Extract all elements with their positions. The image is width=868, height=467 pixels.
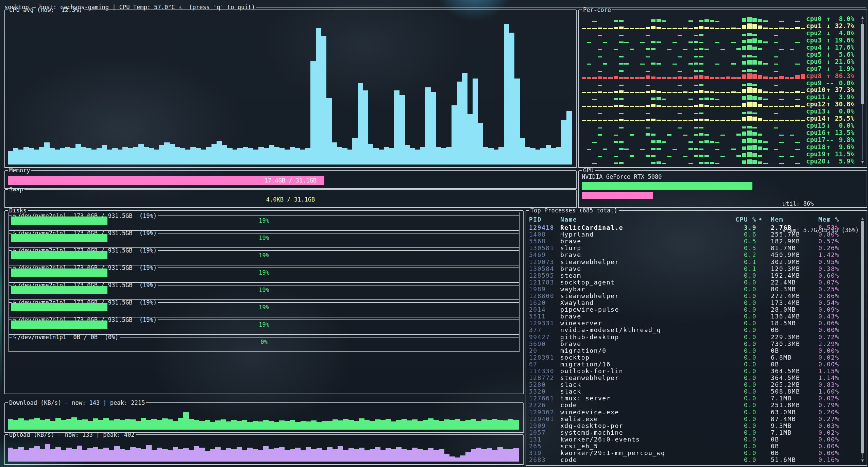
- percore-row[interactable]: cpu5↓5.6%: [582, 51, 856, 58]
- process-name: tmux: server: [560, 395, 733, 402]
- process-pid: 5568: [529, 238, 560, 245]
- process-row[interactable]: 1408Hyprland0.6255.7MB0.80%: [529, 231, 858, 238]
- percore-row[interactable]: cpu16↑13.5%: [582, 129, 856, 136]
- disk-border-fill: [158, 319, 519, 320]
- percore-row[interactable]: cpu18↑9.6%: [582, 143, 856, 150]
- percore-row[interactable]: cpu9--0.0%: [582, 79, 856, 86]
- process-pid: 20: [529, 347, 560, 354]
- process-name: Xwayland: [560, 299, 733, 306]
- col-memp[interactable]: Mem %: [818, 216, 858, 223]
- process-row[interactable]: 265scsi_eh_50.00B0.00%: [529, 443, 858, 450]
- process-name: Hyprland: [560, 231, 733, 238]
- process-row[interactable]: 67migration/160.00B0.00%: [529, 361, 858, 368]
- scroll-up-icon[interactable]: ▲: [861, 216, 864, 221]
- processes-scrollbar[interactable]: ▲ ▼: [860, 216, 865, 463]
- process-row[interactable]: 1057systemd-machine0.07.1MB0.02%: [529, 429, 858, 436]
- process-row[interactable]: 5568brave0.5182.9MB0.57%: [529, 238, 858, 245]
- core-trend-icon: --: [826, 80, 831, 86]
- process-row[interactable]: 5320slack0.0508.8MB1.60%: [529, 388, 858, 395]
- percore-row[interactable]: cpu11↓3.9%: [582, 93, 856, 100]
- scroll-up-icon[interactable]: ▲: [861, 15, 864, 20]
- process-pid: 130584: [529, 265, 560, 272]
- process-mem-pct: 1.15%: [818, 368, 858, 375]
- process-row[interactable]: 2726code0.0251.8MB0.79%: [529, 402, 858, 409]
- process-row[interactable]: 128772steamwebhelper0.0364.5MB1.14%: [529, 375, 858, 381]
- processes-scroll-thumb[interactable]: [861, 221, 864, 453]
- percore-row[interactable]: cpu1↓32.7%: [582, 22, 856, 29]
- cpu-avg-panel-border: CPU avg (now: 12.3%): [5, 6, 576, 14]
- process-row[interactable]: 128391socktop0.06.8MB0.02%: [529, 354, 858, 361]
- process-mem: 136.4MB: [771, 313, 818, 320]
- percore-scroll-thumb[interactable]: [861, 24, 864, 104]
- process-name: code: [560, 402, 733, 409]
- process-mem-pct: 0.00%: [818, 450, 858, 456]
- scroll-down-icon[interactable]: ▼: [861, 458, 864, 463]
- process-row[interactable]: 129401xalia.exe0.087.4MB0.27%: [529, 416, 858, 422]
- process-pid: 2683: [529, 456, 560, 463]
- process-row[interactable]: 5469brave0.2450.9MB1.42%: [529, 252, 858, 258]
- col-pid[interactable]: PID: [529, 216, 560, 223]
- process-row[interactable]: 5690brave0.0730.3MB2.29%: [529, 341, 858, 347]
- process-name: slack: [560, 381, 733, 388]
- process-cpu: 3.9: [733, 224, 756, 231]
- process-pid: 129331: [529, 320, 560, 327]
- percore-row[interactable]: cpu8↑86.3%: [582, 72, 856, 79]
- process-row[interactable]: 319kworker/29:1-mm_percpu_wq0.00B0.00%: [529, 450, 858, 456]
- process-row[interactable]: 128800steamwebhelper0.0272.4MB0.86%: [529, 293, 858, 299]
- percore-row[interactable]: cpu12↑30.8%: [582, 100, 856, 107]
- scroll-down-icon[interactable]: ▼: [861, 160, 864, 165]
- percore-scroll-track[interactable]: [860, 20, 865, 160]
- col-name[interactable]: Name: [560, 216, 733, 223]
- upload-title: Upload (KB/s) — now: 133 | peak: 402: [8, 431, 136, 438]
- process-row[interactable]: 114330outlook-for-lin0.0364.5MB1.15%: [529, 368, 858, 375]
- process-row[interactable]: 130581slurp0.581.7MB0.26%: [529, 245, 858, 252]
- processes-scroll-track[interactable]: [860, 221, 865, 458]
- percore-row[interactable]: cpu15↓0.0%: [582, 122, 856, 129]
- process-mem: 364.5MB: [771, 368, 818, 375]
- percore-row[interactable]: cpu20↓5.9%: [582, 157, 856, 165]
- process-row[interactable]: 129362winedevice.exe0.063.0MB0.20%: [529, 409, 858, 416]
- process-cpu: 0.0: [733, 354, 756, 361]
- process-mem: 80.3MB: [771, 286, 818, 293]
- process-mem-pct: 0.83%: [818, 381, 858, 388]
- process-row[interactable]: 131kworker/26:0-events0.00B0.00%: [529, 436, 858, 443]
- percore-row[interactable]: cpu3↑19.6%: [582, 36, 856, 44]
- percore-row[interactable]: cpu0↑8.0%: [582, 15, 856, 22]
- col-mem[interactable]: Mem: [771, 216, 818, 223]
- process-row[interactable]: 2014pipewire-pulse0.028.0MB0.09%: [529, 306, 858, 313]
- process-row[interactable]: 129331wineserver0.018.5MB0.06%: [529, 320, 858, 327]
- process-row[interactable]: 1989waybar0.080.3MB0.25%: [529, 286, 858, 293]
- process-row[interactable]: 129073steamwebhelper0.1302.9MB0.95%: [529, 258, 858, 265]
- percore-row[interactable]: cpu14↑25.5%: [582, 115, 856, 122]
- percore-row[interactable]: cpu6↓21.6%: [582, 58, 856, 65]
- process-row[interactable]: 129418RelicCardinal.e3.92.7GB8.53%: [529, 224, 858, 231]
- process-row[interactable]: 20migration/00.00B0.00%: [529, 347, 858, 354]
- percore-scrollbar[interactable]: ▲ ▼: [860, 15, 865, 165]
- percore-row[interactable]: cpu4↓17.6%: [582, 44, 856, 51]
- percore-row[interactable]: cpu13↓0.0%: [582, 107, 856, 115]
- col-cpu[interactable]: CPU %: [733, 216, 756, 223]
- process-row[interactable]: 99427github-desktop0.0229.3MB0.72%: [529, 334, 858, 341]
- process-row[interactable]: 121783socktop_agent0.022.4MB0.07%: [529, 279, 858, 286]
- core-name: cpu10: [806, 86, 826, 93]
- process-row[interactable]: 5280slack0.0265.2MB0.83%: [529, 381, 858, 388]
- core-trend-icon: ↑: [826, 151, 831, 157]
- percore-row[interactable]: cpu10↑37.3%: [582, 86, 856, 93]
- process-cpu: 0.0: [733, 347, 756, 354]
- process-row[interactable]: 2683code0.051.6MB0.16%: [529, 456, 858, 463]
- process-row[interactable]: 127661tmux: server0.07.1MB0.02%: [529, 395, 858, 402]
- percore-row[interactable]: cpu17--9.8%: [582, 136, 856, 143]
- disk-border-seg: [9, 337, 12, 338]
- process-row[interactable]: 130584brave0.1120.3MB0.38%: [529, 265, 858, 272]
- process-row[interactable]: 1620Xwayland0.0173.4MB0.54%: [529, 299, 858, 306]
- percore-row[interactable]: cpu7↓1.9%: [582, 65, 856, 72]
- process-mem-pct: 0.06%: [818, 320, 858, 327]
- process-row[interactable]: 1909xdg-desktop-por0.09.3MB0.03%: [529, 422, 858, 429]
- download-panel-border: Download (KB/s) — now: 143 | peak: 2215: [5, 399, 523, 407]
- process-row[interactable]: 5511brave0.0136.4MB0.43%: [529, 313, 858, 320]
- percore-row[interactable]: cpu19↑11.5%: [582, 150, 856, 157]
- percore-row[interactable]: cpu2↓4.0%: [582, 29, 856, 36]
- process-row[interactable]: 377nvidia-modeset/kthread_q0.00B0.00%: [529, 327, 858, 333]
- core-name: cpu18: [806, 143, 826, 150]
- process-row[interactable]: 128595steam0.0192.4MB0.60%: [529, 272, 858, 279]
